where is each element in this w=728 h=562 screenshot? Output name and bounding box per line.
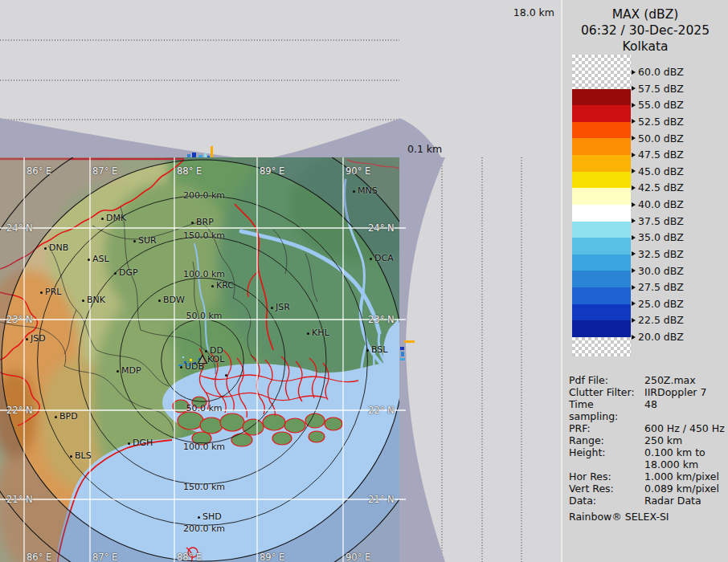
height-min-label: 0.1 km — [407, 143, 442, 155]
scale-tick-label: 22.5 dBZ — [632, 314, 684, 326]
metadata-row: Vert Res:0.089 km/pixel — [569, 483, 725, 495]
tick-text: 27.5 dBZ — [638, 281, 684, 293]
radar-map — [0, 157, 399, 562]
colorbar-overflow-checker — [572, 55, 631, 89]
scale-tick-label: 35.0 dBZ — [632, 231, 684, 243]
height-axis-box: 18.0 km 0.1 km — [399, 0, 561, 157]
scale-tick-label: 25.0 dBZ — [632, 298, 684, 310]
tick-arrow-icon — [632, 103, 636, 108]
scale-tick-label: 27.5 dBZ — [632, 281, 684, 293]
scale-tick-label: 60.0 dBZ — [632, 66, 684, 78]
metadata-value: 250 km — [644, 434, 725, 446]
scale-band — [572, 304, 631, 321]
tick-arrow-icon — [632, 136, 636, 140]
scale-band — [572, 255, 631, 271]
metadata-label: Clutter Filter: — [569, 386, 644, 398]
tick-text: 42.5 dBZ — [638, 181, 684, 193]
metadata-value: 0.089 km/pixel — [644, 483, 725, 495]
tick-text: 30.0 dBZ — [638, 265, 684, 277]
top-projection-panel — [0, 0, 399, 157]
legend-panel: MAX (dBZ) 06:32 / 30-Dec-2025 Kolkata 60… — [562, 0, 728, 562]
tick-text: 37.5 dBZ — [638, 215, 684, 227]
tick-arrow-icon — [632, 285, 636, 290]
right-projection-panel — [399, 157, 561, 562]
metadata-value: IIRDoppler 7 — [644, 386, 725, 398]
metadata-row: Data:Radar Data — [569, 495, 725, 507]
scale-tick-label: 20.0 dBZ — [632, 331, 684, 343]
metadata-row: Time sampling:48 — [569, 398, 725, 422]
tick-arrow-icon — [632, 268, 636, 273]
tick-text: 35.0 dBZ — [638, 231, 684, 243]
scale-tick-label: 55.0 dBZ — [632, 99, 684, 111]
tick-text: 45.0 dBZ — [638, 165, 684, 177]
tick-arrow-icon — [632, 335, 636, 340]
scale-tick-label: 47.5 dBZ — [632, 149, 684, 161]
scale-tick-label: 57.5 dBZ — [632, 83, 684, 95]
scale-tick-label: 32.5 dBZ — [632, 248, 684, 260]
metadata-value: 250Z.max — [644, 374, 725, 386]
scale-tick-label: 30.0 dBZ — [632, 265, 684, 277]
tick-arrow-icon — [632, 218, 636, 223]
tick-arrow-icon — [632, 185, 636, 190]
metadata-label: Pdf File: — [569, 374, 644, 386]
metadata-label: Data: — [569, 495, 644, 507]
metadata-label: Vert Res: — [569, 483, 644, 495]
metadata-row: Height:0.100 km to 18.000 km — [569, 446, 725, 470]
metadata-label: Hor Res: — [569, 470, 644, 483]
scale-band — [572, 122, 631, 139]
scale-band — [572, 238, 631, 255]
scale-band — [572, 155, 631, 172]
radar-display-root: 18.0 km 0.1 km — [0, 0, 728, 562]
tick-arrow-icon — [632, 70, 636, 75]
scale-band — [572, 188, 631, 205]
tick-text: 32.5 dBZ — [638, 248, 684, 260]
scale-band — [572, 172, 631, 189]
tick-text: 47.5 dBZ — [638, 149, 684, 161]
product-metadata: Pdf File:250Z.maxClutter Filter:IIRDoppl… — [569, 374, 725, 523]
tick-text: 57.5 dBZ — [638, 83, 684, 95]
scale-tick-label: 40.0 dBZ — [632, 198, 684, 210]
tick-text: 40.0 dBZ — [638, 198, 684, 210]
scale-tick-label: 45.0 dBZ — [632, 165, 684, 177]
tick-text: 60.0 dBZ — [638, 66, 684, 78]
metadata-value: 600 Hz / 450 Hz — [644, 422, 725, 434]
tick-arrow-icon — [632, 153, 636, 157]
metadata-value: Radar Data — [644, 495, 725, 507]
scale-band — [572, 320, 631, 337]
metadata-row: Range:250 km — [569, 434, 725, 446]
scale-band — [572, 105, 631, 122]
tick-arrow-icon — [632, 301, 636, 306]
tick-arrow-icon — [632, 86, 636, 91]
metadata-value: 0.100 km to 18.000 km — [644, 446, 725, 470]
scale-band — [572, 222, 631, 238]
scale-tick-label: 50.0 dBZ — [632, 132, 684, 145]
tick-arrow-icon — [632, 318, 636, 323]
height-max-label: 18.0 km — [513, 6, 554, 18]
scale-tick-label: 42.5 dBZ — [632, 181, 684, 193]
metadata-row: PRF:600 Hz / 450 Hz — [569, 422, 725, 434]
scale-band — [572, 271, 631, 287]
metadata-label: Time sampling: — [569, 398, 644, 422]
metadata-label: PRF: — [569, 422, 644, 434]
scale-band — [572, 138, 631, 155]
tick-text: 50.0 dBZ — [638, 132, 684, 145]
scale-tick-label: 37.5 dBZ — [632, 215, 684, 227]
tick-text: 20.0 dBZ — [638, 331, 684, 343]
tick-text: 22.5 dBZ — [638, 314, 684, 326]
scale-band — [572, 205, 631, 222]
scale-band — [572, 89, 631, 106]
metadata-row: Clutter Filter:IIRDoppler 7 — [569, 386, 725, 398]
scale-tick-label: 52.5 dBZ — [632, 116, 684, 128]
metadata-label: Range: — [569, 434, 644, 446]
tick-arrow-icon — [632, 251, 636, 256]
colorbar-underflow-checker — [572, 337, 631, 356]
tick-arrow-icon — [632, 169, 636, 173]
tick-arrow-icon — [632, 202, 636, 207]
tick-text: 55.0 dBZ — [638, 99, 684, 111]
tick-text: 25.0 dBZ — [638, 298, 684, 310]
tick-arrow-icon — [632, 235, 636, 240]
metadata-value: 48 — [644, 398, 725, 422]
tick-arrow-icon — [632, 119, 636, 124]
dbz-colorbar — [572, 0, 631, 377]
metadata-value: 1.000 km/pixel — [644, 470, 725, 483]
